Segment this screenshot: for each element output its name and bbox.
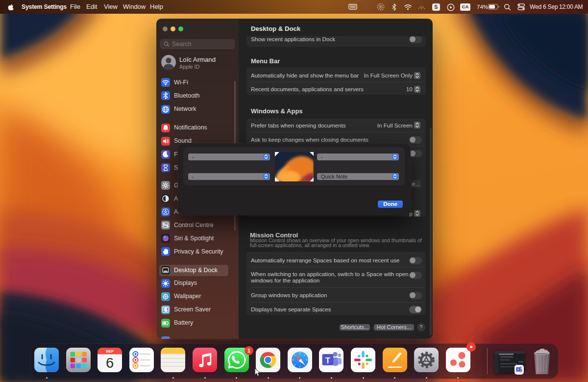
- svg-text:6: 6: [106, 355, 114, 371]
- svg-text:SEP: SEP: [106, 349, 114, 354]
- svg-text:T: T: [517, 368, 519, 371]
- svg-text:T: T: [326, 357, 331, 365]
